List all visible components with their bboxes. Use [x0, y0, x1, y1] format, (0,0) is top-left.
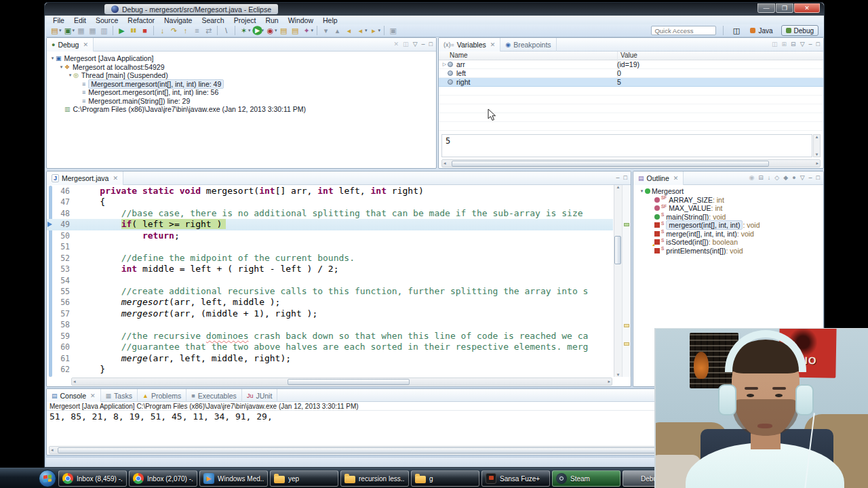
taskbar-button-recursion-less-[interactable]: recursion less...	[340, 470, 409, 487]
detail-scrollbar[interactable]: ▲▼	[813, 134, 821, 157]
perspective-debug[interactable]: Debug	[781, 25, 818, 36]
twistie-icon[interactable]: ▾	[58, 64, 64, 70]
tab-variables[interactable]: (x)=Variables✕	[439, 38, 500, 52]
tab-outline[interactable]: ▤ Outline ✕	[633, 171, 684, 185]
code-line[interactable]: 59 //the recursive dominoes crash back d…	[47, 331, 613, 342]
minimize-window-button[interactable]: —	[757, 3, 775, 13]
editor-vscroll-thumb[interactable]	[614, 236, 621, 264]
twistie-icon[interactable]: ▾	[50, 56, 56, 61]
tab-console[interactable]: ▤Console✕	[47, 389, 101, 402]
twistie-icon[interactable]: ▾	[67, 73, 73, 78]
code-line[interactable]: 51	[47, 241, 613, 252]
code-line[interactable]: 50 return;	[47, 230, 613, 241]
code-line[interactable]: 60 //guarantee that the two above halves…	[47, 342, 613, 352]
code-line[interactable]: 57 mergesort(arr, (middle + 1), right );	[47, 308, 613, 319]
coverage-button-dropdown-icon[interactable]: ▾	[275, 28, 277, 33]
terminate-button[interactable]: ■	[139, 25, 151, 36]
minimize-view-icon[interactable]: ‒	[809, 174, 812, 181]
variable-detail-pane[interactable]: 5	[441, 134, 812, 157]
code-line[interactable]: 49 if( left >= right )	[47, 219, 613, 230]
twistie-icon[interactable]: ▷	[441, 62, 448, 67]
menu-source[interactable]: Source	[92, 16, 122, 24]
outline-row[interactable]: Smain(String[]) : void	[636, 213, 823, 222]
debug-button-dropdown-icon[interactable]: ▾	[248, 28, 251, 33]
editor-hscrollbar[interactable]: ◂▸	[71, 378, 612, 386]
close-tab-icon[interactable]: ✕	[90, 392, 96, 399]
outline-row[interactable]: Smerge(int[], int, int, int) : void	[636, 230, 823, 239]
taskbar-button-inbox-8-459-[interactable]: Inbox (8,459) -...	[58, 470, 127, 487]
code-line[interactable]: 54	[47, 275, 613, 286]
menu-run[interactable]: Run	[261, 16, 282, 24]
show-logical-structures-icon[interactable]: ⊞	[782, 41, 787, 47]
menu-file[interactable]: File	[49, 16, 68, 24]
outline-row[interactable]: SFMAX_VALUE : int	[636, 204, 823, 213]
column-value[interactable]: Value	[620, 52, 637, 59]
code-area[interactable]: 46 private static void mergesort(int[] a…	[47, 185, 613, 377]
suspend-button[interactable]: ▮▮	[127, 25, 139, 36]
code-line[interactable]: 48 //base case, there is no additional s…	[47, 208, 613, 219]
search-folder-button[interactable]: ▤	[290, 25, 301, 36]
maximize-window-button[interactable]: ❐	[776, 3, 793, 13]
outline-row[interactable]: ▲SisSorted(int[]) : boolean	[636, 238, 823, 247]
code-line[interactable]: 62 }	[47, 364, 613, 375]
debug-tree-row[interactable]: ▾◎Thread [main] (Suspended)	[50, 71, 436, 80]
run-button[interactable]: ▶	[252, 26, 262, 35]
save-all-button[interactable]: ▦	[87, 25, 98, 36]
close-tab-icon[interactable]: ✕	[113, 175, 118, 182]
code-line[interactable]: 53 int middle = left + ( right - left ) …	[47, 264, 613, 274]
tab-debug[interactable]: ● Debug ✕	[47, 38, 94, 52]
step-into-button[interactable]: ↓	[157, 25, 168, 36]
last-edit-location-button[interactable]: ◂	[343, 25, 355, 36]
annotation-mark[interactable]	[624, 342, 629, 346]
collapse-all-icon[interactable]: ⊟	[758, 174, 764, 181]
back-button-dropdown-icon[interactable]: ▾	[365, 28, 368, 33]
debug-tree-row[interactable]: ≡Mergesort.mergesort(int[], int, int) li…	[50, 88, 436, 97]
debug-tree-row[interactable]: ▾❖Mergesort at localhost:54929	[50, 63, 436, 72]
outline-row[interactable]: SprintElements(int[]) : void	[636, 247, 823, 256]
tab-executables[interactable]: ■Executables	[186, 389, 242, 402]
close-tab-icon[interactable]: ✕	[83, 41, 88, 48]
current-line-mark[interactable]	[624, 223, 629, 226]
perspective-java[interactable]: Java	[746, 25, 776, 36]
menu-edit[interactable]: Edit	[70, 16, 90, 24]
code-line[interactable]: 47 {	[47, 197, 613, 207]
collapse-all-icon[interactable]: ⊟	[791, 41, 796, 47]
hide-fields-icon[interactable]: ◇	[774, 174, 779, 181]
sort-icon[interactable]: ↓	[768, 174, 771, 181]
taskbar-button-g[interactable]: g	[411, 470, 479, 487]
variables-column-header[interactable]: Name Value	[439, 52, 823, 60]
quick-access-input[interactable]	[651, 26, 716, 35]
code-line[interactable]: 56 mergesort(arr, left, middle );	[47, 297, 613, 308]
minimize-view-icon[interactable]: ‒	[809, 41, 812, 47]
close-tab-icon[interactable]: ✕	[490, 41, 496, 48]
previous-annotation-button[interactable]: ▴	[332, 25, 343, 36]
debug-toolbar-icon[interactable]: ◫	[403, 41, 409, 47]
save-button[interactable]: ▦	[75, 25, 87, 36]
taskbar-button-inbox-2-070-[interactable]: Inbox (2,070) -...	[129, 470, 197, 487]
menu-help[interactable]: Help	[319, 16, 342, 24]
open-perspective-button[interactable]: ◫	[730, 25, 742, 36]
debug-tree-row[interactable]: ≡Mergesort.main(String[]) line: 29	[50, 97, 436, 106]
maximize-view-icon[interactable]: □	[816, 41, 820, 47]
view-menu-icon[interactable]: ▽	[800, 174, 805, 181]
debug-tree-row[interactable]: ▾▣Mergesort [Java Application]	[50, 54, 436, 63]
next-annotation-button[interactable]: ▾	[320, 25, 332, 36]
editor-vscrollbar[interactable]: ▲▼	[614, 185, 622, 377]
view-menu-icon[interactable]: ▽	[413, 41, 418, 47]
debug-tree-row[interactable]: ▥C:\Program Files (x86)\Java\jre7\bin\ja…	[50, 105, 436, 114]
menu-navigate[interactable]: Navigate	[160, 16, 196, 24]
drop-to-frame-button[interactable]: ≡	[191, 25, 203, 36]
outline-row[interactable]: Smergesort(int[], int, int) : void	[636, 221, 823, 230]
variable-row[interactable]: left0	[439, 69, 823, 78]
close-tab-icon[interactable]: ✕	[673, 175, 679, 182]
code-line[interactable]: 61 merge(arr, left, middle, right);	[47, 353, 613, 364]
column-name[interactable]: Name	[450, 52, 468, 59]
focus-icon[interactable]: ◉	[749, 174, 754, 181]
menu-window[interactable]: Window	[284, 16, 317, 24]
minimize-view-icon[interactable]: ‒	[422, 41, 425, 47]
tab-breakpoints[interactable]: ◉Breakpoints	[500, 38, 556, 52]
maximize-view-icon[interactable]: □	[624, 174, 627, 181]
title-bar[interactable]: Debug - mergesort/src/Mergesort.java - E…	[45, 3, 824, 16]
hide-non-public-icon[interactable]: ●	[792, 174, 795, 181]
remove-terminated-icon[interactable]: ✕	[394, 41, 399, 47]
